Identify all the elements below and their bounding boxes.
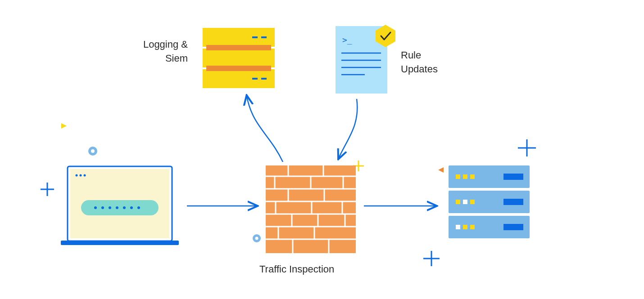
svg-point-16	[80, 174, 82, 177]
svg-point-11	[255, 237, 259, 240]
svg-point-21	[109, 206, 111, 209]
svg-rect-72	[456, 174, 460, 179]
svg-point-9	[91, 149, 95, 153]
svg-text:>_: >_	[342, 35, 352, 45]
triangle-icon	[61, 123, 67, 129]
svg-rect-70	[503, 199, 523, 205]
storage-icon	[203, 28, 275, 88]
laptop-icon	[61, 166, 179, 245]
svg-point-19	[94, 206, 97, 209]
svg-rect-75	[456, 200, 460, 204]
gear-icon	[88, 147, 97, 156]
svg-point-24	[130, 206, 133, 209]
svg-point-17	[84, 174, 86, 177]
svg-rect-77	[470, 200, 475, 204]
svg-point-25	[137, 206, 140, 209]
svg-rect-78	[456, 225, 460, 229]
firewall-icon	[266, 165, 356, 253]
arrow-rules-to-firewall	[339, 99, 357, 158]
sparkle-plus-icon	[423, 251, 440, 266]
svg-rect-27	[203, 49, 275, 67]
arrow-firewall-to-logging	[247, 96, 283, 162]
gear-icon	[253, 234, 261, 242]
svg-rect-29	[206, 45, 271, 50]
svg-rect-73	[463, 174, 467, 179]
svg-rect-79	[463, 225, 467, 229]
svg-rect-76	[463, 200, 467, 204]
svg-rect-69	[503, 174, 523, 180]
server-rack-icon	[449, 165, 530, 238]
svg-point-23	[123, 206, 126, 209]
network-diagram: >_	[0, 0, 644, 299]
svg-rect-80	[470, 225, 475, 229]
sparkle-plus-icon	[41, 183, 54, 196]
svg-point-20	[101, 206, 104, 209]
document-icon: >_	[336, 25, 395, 94]
svg-rect-74	[470, 174, 475, 179]
svg-rect-18	[81, 200, 159, 215]
triangle-icon	[438, 167, 444, 173]
sparkle-plus-icon	[518, 139, 536, 156]
svg-rect-71	[503, 224, 523, 230]
svg-point-15	[76, 174, 78, 177]
svg-point-22	[116, 206, 118, 209]
svg-rect-30	[206, 66, 271, 71]
